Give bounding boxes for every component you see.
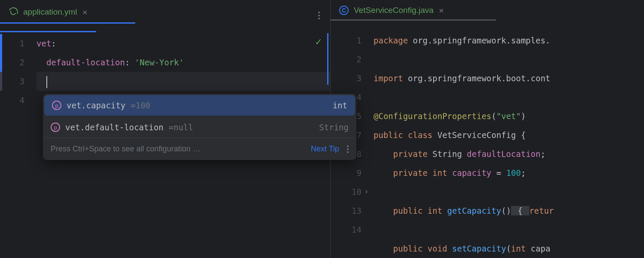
text-cursor xyxy=(46,76,47,88)
kebab-icon[interactable] xyxy=(347,145,349,153)
code-line: vet: xyxy=(36,34,330,53)
close-icon[interactable]: × xyxy=(439,5,444,15)
code-line: import org.springframework.boot.cont xyxy=(374,69,644,88)
completion-popup: p vet.capacity=100 int p vet.default-loc… xyxy=(43,94,356,160)
line-number: 9 xyxy=(331,163,361,182)
line-number: 3 xyxy=(0,72,24,91)
change-marker-dim xyxy=(0,72,2,91)
java-class-icon: C xyxy=(339,6,349,15)
line-number: 1 xyxy=(0,34,24,53)
line-number: 3 xyxy=(331,69,361,88)
code-line xyxy=(374,220,644,239)
tab-more-button[interactable] xyxy=(318,5,320,19)
next-tip-link[interactable]: Next Tip xyxy=(311,144,339,154)
line-number: 2 xyxy=(331,50,361,69)
tab-filename: application.yml xyxy=(23,7,77,17)
close-icon[interactable]: × xyxy=(82,7,88,17)
completion-footer: Press Ctrl+Space to see all configuratio… xyxy=(43,138,356,160)
completion-type: int xyxy=(333,101,347,110)
tab-vetserviceconfig[interactable]: C VetServiceConfig.java × xyxy=(331,0,453,21)
editor-right[interactable]: 1 2 3 4 5 7 8 9 10 › 13 14 package org.s… xyxy=(331,21,644,258)
tabs-right: C VetServiceConfig.java × xyxy=(331,0,644,21)
line-number: 2 xyxy=(0,53,24,72)
completion-value: =100 xyxy=(131,101,150,110)
code-line: private String defaultLocation; xyxy=(374,144,644,163)
code-line-current xyxy=(36,72,330,91)
code-line: public class VetServiceConfig { xyxy=(374,126,644,144)
completion-name: vet.capacity xyxy=(67,101,125,110)
code-line: @ConfigurationProperties("vet") xyxy=(374,107,644,126)
code-line: package org.springframework.samples. xyxy=(374,31,644,50)
line-number: 13 xyxy=(331,201,361,220)
completion-hint: Press Ctrl+Space to see all configuratio… xyxy=(51,144,200,154)
code-line: public void setCapacity(int capa xyxy=(374,239,644,258)
code-line xyxy=(374,88,644,107)
kebab-icon xyxy=(318,12,320,19)
inspection-ok-icon[interactable]: ✓ xyxy=(316,36,322,48)
scrollbar-marker xyxy=(327,33,328,85)
tab-application-yml[interactable]: application.yml × xyxy=(0,0,96,24)
code-line: default-location: 'New-York' xyxy=(36,53,330,72)
property-icon: p xyxy=(51,123,60,132)
completion-type: String xyxy=(319,123,349,132)
editor-pane-right: C VetServiceConfig.java × 1 2 3 4 5 7 8 … xyxy=(331,0,644,258)
fold-chevron-icon[interactable]: › xyxy=(364,187,369,196)
tabs-left: application.yml × xyxy=(0,0,330,24)
completion-item[interactable]: p vet.capacity=100 int xyxy=(44,95,355,116)
code-line xyxy=(374,182,644,201)
tab-filename: VetServiceConfig.java xyxy=(354,6,434,15)
completion-name: vet.default-location xyxy=(65,123,164,132)
spring-icon xyxy=(7,6,19,18)
change-marker xyxy=(0,34,2,72)
completion-item[interactable]: p vet.default-location=null String xyxy=(43,117,356,138)
completion-value: =null xyxy=(169,123,193,132)
code-line xyxy=(374,50,644,69)
line-number: 4 xyxy=(0,91,24,110)
editor-pane-left: application.yml × 1 2 3 4 vet: default-l… xyxy=(0,0,331,258)
code-line: public int getCapacity() { retur xyxy=(374,201,644,220)
line-number: 1 xyxy=(331,31,361,50)
code-right[interactable]: package org.springframework.samples. imp… xyxy=(374,31,644,258)
line-number: 10 xyxy=(331,182,361,201)
code-line: private int capacity = 100; xyxy=(374,163,644,182)
gutter-left: 1 2 3 4 xyxy=(0,34,36,258)
line-number: 14 xyxy=(331,220,361,239)
property-icon: p xyxy=(52,101,61,110)
